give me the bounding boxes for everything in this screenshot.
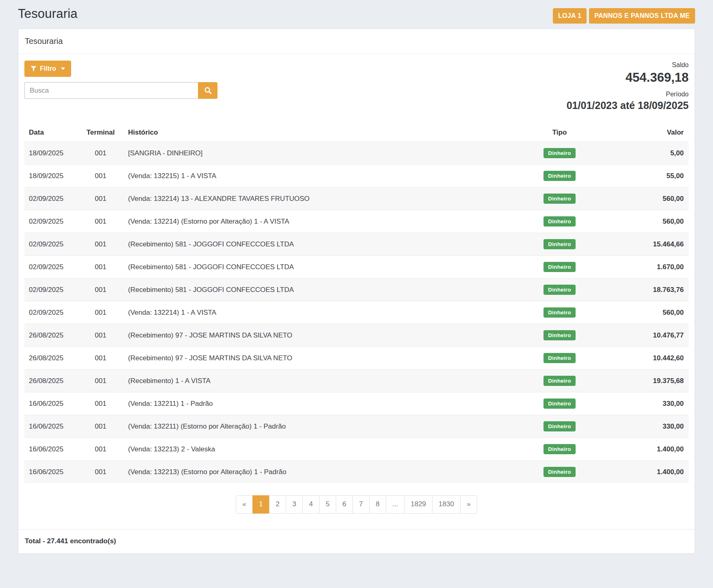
cell-data: 02/09/2025 bbox=[24, 279, 77, 301]
page-button[interactable]: 5 bbox=[319, 495, 336, 514]
cell-tipo: Dinheiro bbox=[502, 415, 617, 438]
tipo-badge: Dinheiro bbox=[543, 194, 575, 204]
cell-valor: 560,00 bbox=[617, 187, 689, 210]
cell-tipo: Dinheiro bbox=[502, 187, 617, 210]
cell-data: 16/06/2025 bbox=[24, 438, 77, 461]
cell-valor: 15.464,66 bbox=[617, 233, 689, 256]
tipo-badge: Dinheiro bbox=[543, 376, 575, 386]
page-button[interactable]: 8 bbox=[369, 495, 386, 514]
table-row[interactable]: 02/09/2025 001 (Recebimento) 581 - JOGGO… bbox=[24, 279, 689, 301]
table-header: Data Terminal Histórico Tipo Valor bbox=[24, 124, 689, 142]
cell-tipo: Dinheiro bbox=[502, 324, 617, 347]
cell-historico: (Venda: 132214) 1 - A VISTA bbox=[124, 301, 502, 324]
pagination-wrap: «12345678...18291830» bbox=[24, 495, 689, 514]
pagination: «12345678...18291830» bbox=[236, 495, 477, 514]
cell-historico: (Venda: 132213) 2 - Valeska bbox=[124, 438, 502, 461]
table-row[interactable]: 26/08/2025 001 (Recebimento) 97 - JOSE M… bbox=[24, 347, 689, 370]
page-button[interactable]: 3 bbox=[286, 495, 303, 514]
table-row[interactable]: 26/08/2025 001 (Recebimento) 97 - JOSE M… bbox=[24, 324, 689, 347]
filter-button[interactable]: Filtro bbox=[24, 61, 71, 77]
cell-valor: 5,00 bbox=[617, 142, 689, 165]
page: Tesouraria LOJA 1 PANNOS E PANNOS LTDA M… bbox=[0, 0, 713, 559]
tipo-badge: Dinheiro bbox=[543, 216, 575, 226]
cell-valor: 18.763,76 bbox=[617, 279, 689, 301]
top-bar: Tesouraria LOJA 1 PANNOS E PANNOS LTDA M… bbox=[18, 4, 695, 28]
card-body: Filtro bbox=[18, 54, 695, 529]
store-button[interactable]: LOJA 1 bbox=[553, 8, 587, 24]
cell-terminal: 001 bbox=[77, 256, 124, 279]
tipo-badge: Dinheiro bbox=[543, 330, 575, 340]
page-button[interactable]: 6 bbox=[336, 495, 353, 514]
page-button[interactable]: 1830 bbox=[432, 495, 461, 514]
cell-terminal: 001 bbox=[77, 392, 124, 415]
card-title: Tesouraria bbox=[18, 29, 695, 54]
top-buttons: LOJA 1 PANNOS E PANNOS LTDA ME bbox=[553, 6, 695, 24]
periodo-value: 01/01/2023 até 18/09/2025 bbox=[567, 100, 689, 111]
company-button[interactable]: PANNOS E PANNOS LTDA ME bbox=[589, 8, 695, 24]
funnel-icon bbox=[30, 66, 37, 72]
cell-data: 02/09/2025 bbox=[24, 233, 77, 256]
table-row[interactable]: 16/06/2025 001 (Venda: 132211) (Estorno … bbox=[24, 415, 689, 438]
cell-data: 02/09/2025 bbox=[24, 256, 77, 279]
cell-valor: 10.476,77 bbox=[617, 324, 689, 347]
total-text: Total - 27.441 encontrado(s) bbox=[25, 537, 116, 545]
saldo-value: 454.369,18 bbox=[567, 70, 689, 85]
page-button[interactable]: 4 bbox=[302, 495, 320, 514]
cell-terminal: 001 bbox=[77, 415, 124, 438]
table-row[interactable]: 02/09/2025 001 (Venda: 132214) 1 - A VIS… bbox=[24, 301, 689, 324]
cell-terminal: 001 bbox=[77, 347, 124, 370]
table-row[interactable]: 16/06/2025 001 (Venda: 132211) 1 - Padrã… bbox=[24, 392, 689, 415]
table-row[interactable]: 26/08/2025 001 (Recebimento) 1 - A VISTA… bbox=[24, 370, 689, 392]
cell-terminal: 001 bbox=[77, 210, 124, 233]
cell-tipo: Dinheiro bbox=[502, 370, 617, 392]
cell-tipo: Dinheiro bbox=[502, 392, 617, 415]
cell-historico: (Recebimento) 97 - JOSE MARTINS DA SILVA… bbox=[124, 324, 502, 347]
table-row[interactable]: 02/09/2025 001 (Venda: 132214) (Estorno … bbox=[24, 210, 689, 233]
cell-historico: (Venda: 132211) (Estorno por Alteração) … bbox=[124, 415, 502, 438]
periodo-label: Período bbox=[567, 91, 689, 98]
cell-terminal: 001 bbox=[77, 438, 124, 461]
page-button[interactable]: 1 bbox=[252, 495, 270, 514]
cell-data: 16/06/2025 bbox=[24, 415, 77, 438]
chevron-down-icon bbox=[61, 68, 65, 70]
search-button[interactable] bbox=[198, 82, 217, 99]
page-button[interactable]: « bbox=[236, 495, 253, 514]
page-button[interactable]: 1829 bbox=[404, 495, 433, 514]
table-row[interactable]: 02/09/2025 001 (Recebimento) 581 - JOGGO… bbox=[24, 233, 689, 256]
page-button[interactable]: 2 bbox=[269, 495, 286, 514]
col-data: Data bbox=[24, 124, 77, 142]
page-button[interactable]: 7 bbox=[352, 495, 370, 514]
cell-historico: [SANGRIA - DINHEIRO] bbox=[124, 142, 502, 165]
cell-data: 26/08/2025 bbox=[24, 370, 77, 392]
cell-terminal: 001 bbox=[77, 233, 124, 256]
cell-terminal: 001 bbox=[77, 461, 124, 483]
cell-data: 02/09/2025 bbox=[24, 187, 77, 210]
table-row[interactable]: 02/09/2025 001 (Venda: 132214) 13 - ALEX… bbox=[24, 187, 689, 210]
page-title: Tesouraria bbox=[18, 6, 78, 21]
cell-terminal: 001 bbox=[77, 187, 124, 210]
cell-valor: 560,00 bbox=[617, 301, 689, 324]
tesouraria-card: Tesouraria Filtro bbox=[18, 28, 695, 554]
search-input[interactable] bbox=[24, 82, 198, 99]
cell-historico: (Venda: 132214) 13 - ALEXANDRE TAVARES F… bbox=[124, 187, 502, 210]
table-row[interactable]: 16/06/2025 001 (Venda: 132213) 2 - Vales… bbox=[24, 438, 689, 461]
cell-historico: (Recebimento) 97 - JOSE MARTINS DA SILVA… bbox=[124, 347, 502, 370]
cell-valor: 1.400,00 bbox=[617, 461, 689, 483]
cell-valor: 1.400,00 bbox=[617, 438, 689, 461]
cell-tipo: Dinheiro bbox=[502, 461, 617, 483]
table-row[interactable]: 02/09/2025 001 (Recebimento) 581 - JOGGO… bbox=[24, 256, 689, 279]
cell-historico: (Venda: 132211) 1 - Padrão bbox=[124, 392, 502, 415]
cell-terminal: 001 bbox=[77, 301, 124, 324]
cell-data: 26/08/2025 bbox=[24, 347, 77, 370]
table-row[interactable]: 16/06/2025 001 (Venda: 132213) (Estorno … bbox=[24, 461, 689, 483]
saldo-label: Saldo bbox=[567, 61, 689, 69]
cell-data: 02/09/2025 bbox=[24, 210, 77, 233]
cell-terminal: 001 bbox=[77, 142, 124, 165]
tipo-badge: Dinheiro bbox=[543, 399, 575, 409]
tipo-badge: Dinheiro bbox=[543, 239, 575, 249]
table-row[interactable]: 18/09/2025 001 [SANGRIA - DINHEIRO] Dinh… bbox=[24, 142, 689, 165]
cell-historico: (Recebimento) 581 - JOGGOFI CONFECCOES L… bbox=[124, 256, 502, 279]
tipo-badge: Dinheiro bbox=[543, 285, 575, 295]
table-row[interactable]: 18/09/2025 001 (Venda: 132215) 1 - A VIS… bbox=[24, 165, 689, 187]
page-button[interactable]: » bbox=[460, 495, 477, 514]
